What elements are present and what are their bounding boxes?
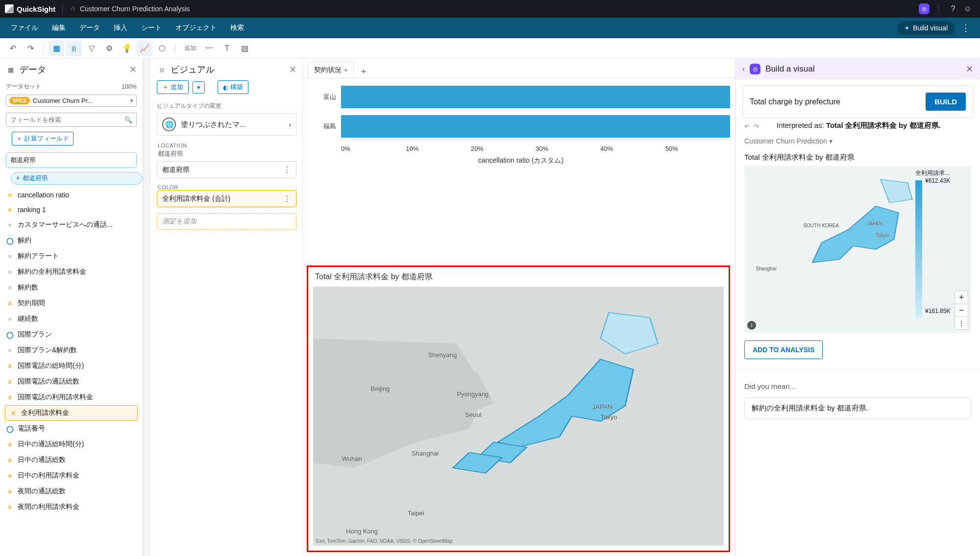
divider [938, 4, 939, 14]
field-group[interactable]: 都道府県 [6, 152, 137, 168]
filter-icon[interactable]: ▽ [84, 41, 99, 56]
parameters-icon[interactable]: ⚙ [101, 41, 117, 56]
redo-icon[interactable]: ↷ [754, 123, 759, 130]
more-icon[interactable]: ⋮ [283, 165, 291, 174]
more-icon[interactable]: ⋮ [283, 194, 291, 203]
data-panel-icon[interactable]: ▦ [49, 41, 64, 56]
number-icon: ≡ [6, 192, 14, 199]
close-icon[interactable]: ✕ [129, 64, 137, 75]
add-to-analysis-button[interactable]: ADD TO ANALYSIS [744, 340, 823, 359]
preview-map[interactable]: SOUTH KOREAJAPANTokyoShanghai 全利用請求... ¥… [744, 166, 971, 333]
field-item[interactable]: #夜間の利用請求料金 [0, 499, 143, 515]
add-calc-field-button[interactable]: ＋ 計算フィールド [12, 132, 74, 145]
bar-chart-visual[interactable]: 富山福島 0%10%20%30%40%50% cancellation rati… [312, 82, 730, 259]
undo-icon[interactable]: ↶ [744, 123, 750, 130]
menu-file[interactable]: ファイル [5, 21, 44, 35]
build-submit-button[interactable]: BUILD [926, 93, 966, 111]
zoom-controls: + − ⋮ [955, 290, 968, 330]
add-sheet-button[interactable]: ＋ [357, 64, 370, 78]
analysis-icon[interactable]: 📈 [137, 41, 152, 56]
sheet-tab[interactable]: 契約状況 ▾ [308, 62, 354, 78]
q-assistant-icon[interactable]: ◎ [917, 1, 931, 16]
user-icon[interactable]: ☺ [960, 1, 975, 16]
field-item[interactable]: #全利用請求料金 [5, 405, 138, 421]
insights-icon[interactable]: 💡 [119, 41, 135, 56]
location-chip[interactable]: ⌖都道府県 [11, 172, 143, 185]
field-item[interactable]: ≡継続数 [0, 311, 143, 327]
map-city-label: Shanghai [412, 450, 439, 457]
field-item[interactable]: ≡ranking 1 [0, 202, 143, 217]
zoom-more-button[interactable]: ⋮ [955, 316, 968, 329]
sparkle-icon: ✦ [904, 24, 910, 32]
field-item[interactable]: ◯電話番号 [0, 421, 143, 436]
field-item[interactable]: ≡カスタマーサービスへの通話... [0, 217, 143, 233]
menu-sheet[interactable]: シート [135, 21, 168, 35]
data-icon: ▦ [6, 65, 16, 74]
menu-edit[interactable]: 編集 [46, 21, 72, 35]
app-logo[interactable]: QuickSight [5, 4, 55, 13]
map-visual-selected[interactable]: Total 全利用請求料金 by 都道府県 Esri, TomTom, Garm… [307, 266, 730, 552]
field-item[interactable]: ◯解約 [0, 233, 143, 248]
number-icon: # [6, 394, 14, 401]
search-icon[interactable]: 🔍 [121, 116, 136, 123]
chevron-down-icon: ▾ [130, 97, 133, 104]
field-item[interactable]: #夜間の通話総数 [0, 483, 143, 499]
suggestion-item[interactable]: 解約の全利用請求料金 by 都道府県. [744, 397, 971, 419]
did-you-mean-label: Did you mean... [735, 373, 980, 394]
add-image-icon[interactable]: ▧ [237, 41, 252, 56]
number-icon: ≡ [6, 221, 14, 229]
field-item[interactable]: #国際電話の利用請求料金 [0, 389, 143, 405]
build-panel-title: Build a visual [765, 64, 961, 74]
search-input[interactable] [6, 113, 121, 126]
dataset-selector[interactable]: SPICE Customer Churn Pr... ▾ [6, 95, 137, 107]
field-item[interactable]: #日中の通話総時間(分) [0, 436, 143, 452]
field-item[interactable]: ≡解約数 [0, 280, 143, 295]
chevron-down-icon: ▾ [829, 137, 833, 145]
theme-icon[interactable]: ⬡ [154, 41, 170, 56]
map-body[interactable]: Esri, TomTom, Garmin, FAO, NOAA, USGS, ©… [313, 287, 724, 546]
field-item[interactable]: #国際電話の総時間(分) [0, 358, 143, 374]
field-item[interactable]: #国際電話の通話総数 [0, 374, 143, 389]
help-icon[interactable]: ? [946, 1, 960, 16]
info-icon[interactable]: i [747, 321, 756, 330]
visual-panel-icon[interactable]: ⫼ [66, 41, 82, 56]
color-field-well[interactable]: 全利用請求料金 (合計) ⋮ [157, 190, 296, 207]
field-item[interactable]: ≡解約の全利用請求料金 [0, 264, 143, 280]
number-icon: # [6, 300, 14, 307]
field-item[interactable]: #契約期間 [0, 295, 143, 311]
menu-insert[interactable]: 挿入 [108, 21, 133, 35]
zoom-in-button[interactable]: + [955, 291, 968, 304]
favorite-star-icon[interactable]: ☆ [70, 4, 76, 13]
add-visual-dropdown[interactable]: ▾ [193, 81, 205, 94]
menu-search[interactable]: 検索 [224, 21, 250, 35]
location-field-well[interactable]: 都道府県 ⋮ [157, 161, 296, 178]
field-item[interactable]: ≡cancellation ratio [0, 188, 143, 202]
number-icon: # [6, 488, 14, 495]
field-search[interactable]: 🔍 [6, 113, 137, 127]
back-icon[interactable]: ‹ [742, 65, 745, 73]
close-icon[interactable]: ✕ [966, 64, 973, 74]
build-button[interactable]: ◐ 構築 [218, 80, 248, 94]
field-item[interactable]: #日中の通話総数 [0, 452, 143, 468]
redo-icon[interactable]: ↷ [23, 41, 38, 56]
build-input[interactable]: Total charge by prefecture [750, 97, 921, 106]
add-line-icon[interactable]: 〰 [201, 41, 217, 56]
build-visual-button[interactable]: ✦ Build visual [897, 21, 955, 35]
field-item[interactable]: #日中の利用請求料金 [0, 468, 143, 483]
add-visual-button[interactable]: ＋ 追加 [157, 80, 189, 94]
field-item[interactable]: ≡解約アラート [0, 248, 143, 264]
add-measure-well[interactable]: 測定を追加 [157, 213, 296, 230]
undo-icon[interactable]: ↶ [5, 41, 21, 56]
menu-data[interactable]: データ [74, 21, 106, 35]
dataset-dropdown[interactable]: Customer Churn Prediction ▾ [744, 137, 971, 145]
add-text-icon[interactable]: T [219, 41, 235, 56]
field-item[interactable]: ◯国際プラン [0, 327, 143, 342]
close-icon[interactable]: ✕ [289, 64, 296, 75]
visual-type-selector[interactable]: 🌐 塗りつぶされたマ... › [157, 113, 296, 136]
scrollbar[interactable] [143, 59, 151, 556]
menu-object[interactable]: オブジェクト [170, 21, 222, 35]
field-item[interactable]: ≡国際プラン&解約数 [0, 342, 143, 358]
fields-list: ≡cancellation ratio≡ranking 1≡カスタマーサービスへ… [0, 188, 143, 556]
zoom-out-button[interactable]: − [955, 304, 968, 316]
more-menu-icon[interactable]: ⋮ [956, 23, 975, 33]
